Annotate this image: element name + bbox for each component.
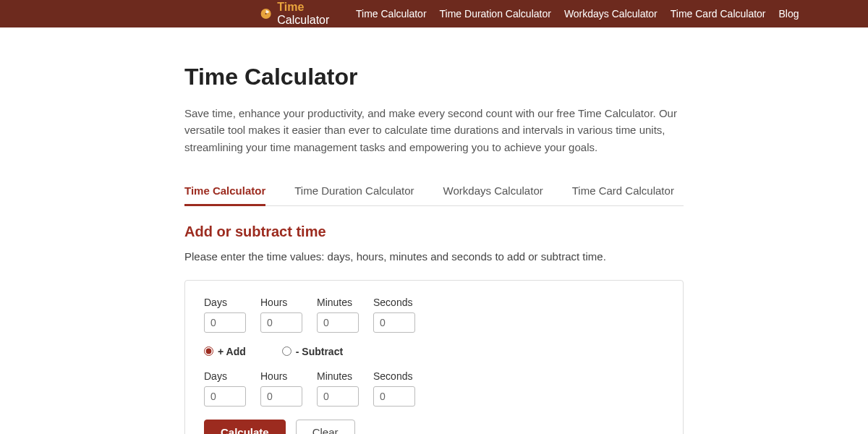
seconds-label-2: Seconds — [373, 370, 415, 382]
calculate-button[interactable]: Calculate — [204, 420, 286, 434]
days-label-1: Days — [204, 297, 246, 308]
subtract-radio-text: - Subtract — [296, 346, 343, 357]
minutes-label-2: Minutes — [317, 370, 359, 382]
hours-label-2: Hours — [260, 370, 302, 382]
add-radio-label[interactable]: + Add — [204, 346, 246, 357]
time-row-2: Days Hours Minutes Seconds — [204, 370, 664, 407]
tab-workdays-calculator[interactable]: Workdays Calculator — [443, 177, 543, 206]
logo[interactable]: Time Calculator — [260, 1, 334, 27]
svg-point-1 — [265, 13, 267, 14]
clock-icon — [260, 6, 271, 22]
nav-time-calculator[interactable]: Time Calculator — [356, 8, 427, 20]
hours-input-1[interactable] — [260, 312, 302, 333]
tab-bar: Time Calculator Time Duration Calculator… — [184, 177, 684, 206]
nav-workdays-calculator[interactable]: Workdays Calculator — [564, 8, 658, 20]
time-row-1: Days Hours Minutes Seconds — [204, 297, 664, 333]
section-description: Please enter the time values: days, hour… — [184, 250, 684, 263]
button-row: Calculate Clear — [204, 420, 664, 434]
hours-input-2[interactable] — [260, 386, 302, 407]
days-input-2[interactable] — [204, 386, 246, 407]
subtract-radio[interactable] — [282, 346, 292, 356]
seconds-input-1[interactable] — [373, 312, 415, 333]
section-title: Add or subtract time — [184, 224, 684, 240]
days-label-2: Days — [204, 370, 246, 382]
operation-radio-group: + Add - Subtract — [204, 346, 664, 357]
tab-time-calculator[interactable]: Time Calculator — [184, 177, 265, 206]
minutes-label-1: Minutes — [317, 297, 359, 308]
seconds-input-2[interactable] — [373, 386, 415, 407]
days-input-1[interactable] — [204, 312, 246, 333]
page-title: Time Calculator — [184, 64, 684, 90]
minutes-input-1[interactable] — [317, 312, 359, 333]
logo-text-time: Time — [277, 1, 304, 13]
tab-time-card-calculator[interactable]: Time Card Calculator — [572, 177, 674, 206]
subtract-radio-label[interactable]: - Subtract — [282, 346, 343, 357]
add-radio-text: + Add — [218, 346, 246, 357]
main-nav: Time Calculator Time Duration Calculator… — [356, 8, 799, 20]
nav-time-card-calculator[interactable]: Time Card Calculator — [671, 8, 766, 20]
nav-time-duration-calculator[interactable]: Time Duration Calculator — [440, 8, 551, 20]
logo-text-calc: Calculator — [277, 14, 329, 26]
page-description: Save time, enhance your productivity, an… — [184, 105, 684, 156]
seconds-label-1: Seconds — [373, 297, 415, 308]
top-nav-bar: Time Calculator Time Calculator Time Dur… — [0, 0, 868, 27]
minutes-input-2[interactable] — [317, 386, 359, 407]
add-radio[interactable] — [204, 346, 213, 356]
main-content: Time Calculator Save time, enhance your … — [170, 27, 698, 434]
calculator-card: Days Hours Minutes Seconds + Add — [184, 280, 684, 434]
nav-blog[interactable]: Blog — [779, 8, 799, 20]
clear-button[interactable]: Clear — [296, 420, 355, 434]
tab-time-duration-calculator[interactable]: Time Duration Calculator — [294, 177, 414, 206]
hours-label-1: Hours — [260, 297, 302, 308]
